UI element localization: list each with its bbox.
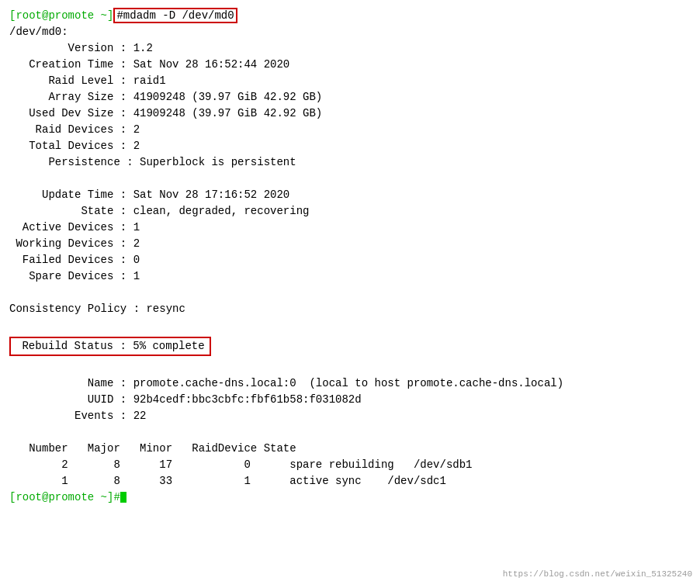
device-line: /dev/md0: xyxy=(9,24,691,40)
blank3 xyxy=(9,317,691,334)
table-row-1: 2 8 17 0 spare rebuilding /dev/sdb1 xyxy=(9,457,691,473)
name-line: Name : promote.cache-dns.local:0 (local … xyxy=(9,375,691,392)
prompt1: [root@promote ~] xyxy=(9,9,113,22)
total-devices-line: Total Devices : 2 xyxy=(9,138,691,154)
creation-line: Creation Time : Sat Nov 28 16:52:44 2020 xyxy=(9,57,691,73)
active-devices-line: Active Devices : 1 xyxy=(9,220,691,236)
uuid-line: UUID : 92b4cedf:bbc3cbfc:fbf61b58:f03108… xyxy=(9,392,691,408)
persistence-line: Persistence : Superblock is persistent xyxy=(9,154,691,171)
events-line: Events : 22 xyxy=(9,408,691,424)
raid-devices-line: Raid Devices : 2 xyxy=(9,122,691,138)
blank4 xyxy=(9,359,691,375)
failed-devices-line: Failed Devices : 0 xyxy=(9,252,691,268)
cursor xyxy=(120,492,126,503)
command-text: #mdadm -D /dev/md0 xyxy=(113,8,237,23)
watermark: https://blog.csdn.net/weixin_51325240 xyxy=(503,568,692,581)
update-time-line: Update Time : Sat Nov 28 17:16:52 2020 xyxy=(9,187,691,203)
working-devices-line: Working Devices : 2 xyxy=(9,236,691,252)
version-line: Version : 1.2 xyxy=(9,40,691,57)
prompt2: [root@promote ~]# xyxy=(9,491,120,503)
table-row-2: 1 8 33 1 active sync /dev/sdc1 xyxy=(9,473,691,489)
command-line: [root@promote ~]#mdadm -D /dev/md0 xyxy=(9,8,691,24)
blank5 xyxy=(9,424,691,441)
array-size-line: Array Size : 41909248 (39.97 GiB 42.92 G… xyxy=(9,89,691,105)
state-line: State : clean, degraded, recovering xyxy=(9,203,691,220)
blank2 xyxy=(9,285,691,301)
rebuild-status-line: Rebuild Status : 5% complete xyxy=(9,334,691,359)
blank1 xyxy=(9,171,691,187)
consistency-policy-line: Consistency Policy : resync xyxy=(9,301,691,317)
spare-devices-line: Spare Devices : 1 xyxy=(9,268,691,285)
table-header: Number Major Minor RaidDevice State xyxy=(9,441,691,457)
used-dev-size-line: Used Dev Size : 41909248 (39.97 GiB 42.9… xyxy=(9,105,691,122)
raid-level-line: Raid Level : raid1 xyxy=(9,73,691,89)
rebuild-status-text: Rebuild Status : 5% complete xyxy=(9,337,211,356)
terminal-output: [root@promote ~]#mdadm -D /dev/md0 /dev/… xyxy=(9,8,691,506)
final-prompt-line: [root@promote ~]# xyxy=(9,489,691,506)
